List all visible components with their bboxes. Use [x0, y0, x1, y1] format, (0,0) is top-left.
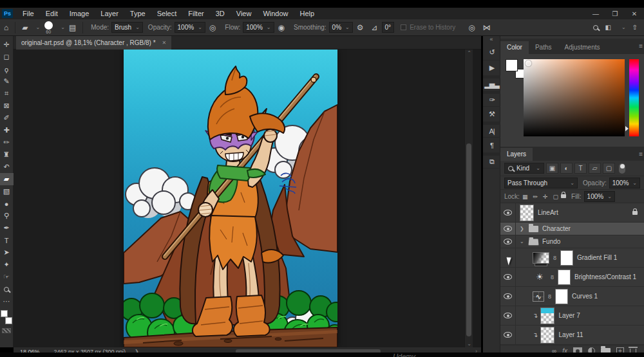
layer-row[interactable]: ❯Character [500, 223, 644, 235]
eyedropper-tool[interactable]: ✐ [0, 112, 14, 124]
foreground-color-swatch[interactable] [1, 310, 8, 317]
brush-preview[interactable]: 60 [40, 21, 57, 35]
airbrush-icon[interactable]: ◉ [274, 23, 289, 32]
opacity-select[interactable]: 100% ⌄ [175, 22, 205, 33]
filter-smart-objects[interactable]: ▢ [603, 163, 615, 174]
layer-thumbnail[interactable] [540, 327, 554, 343]
tab-adjustments[interactable]: Adjustments [558, 41, 606, 54]
symmetry-butterfly-icon[interactable]: ⋈ [479, 23, 495, 32]
share-icon[interactable]: ⇧ [632, 24, 638, 31]
gradient-tool[interactable]: ▧ [0, 185, 14, 197]
disclosure-icon[interactable]: ⌄ [520, 239, 525, 244]
minimize-button[interactable]: — [586, 8, 605, 19]
document-tab[interactable]: original-art.psd @ 18,1% (Character , RG… [16, 36, 171, 50]
artwork-canvas[interactable] [124, 50, 337, 347]
home-icon[interactable]: ⌂ [0, 23, 12, 32]
layer-row[interactable]: ☀8Brightness/Contrast 1 [500, 268, 644, 287]
layer-row[interactable]: LineArt [500, 203, 644, 223]
lock-pixels[interactable]: ✏ [533, 194, 538, 200]
layer-mask-thumbnail[interactable] [558, 270, 571, 285]
menu-item-type[interactable]: Type [124, 8, 151, 19]
menu-item-window[interactable]: Window [257, 8, 294, 19]
zoom-tool[interactable] [0, 283, 14, 295]
panel-menu-icon[interactable]: ≡ [639, 151, 643, 158]
blur-tool[interactable]: ● [0, 197, 14, 210]
gear-icon[interactable]: ⚙ [353, 23, 368, 32]
layer-visibility-toggle[interactable] [500, 235, 516, 248]
menu-item-view[interactable]: View [231, 8, 258, 19]
filter-shape-layers[interactable]: ▱ [589, 163, 601, 174]
history-panel[interactable]: ↺ [483, 45, 500, 60]
tab-color[interactable]: Color [500, 41, 529, 54]
crop-tool[interactable]: ⌗ [0, 87, 14, 100]
brushes-panel[interactable]: ⚒ [483, 107, 500, 122]
layer-fill-select[interactable]: 100% ⌄ [584, 191, 615, 202]
lock-position[interactable]: ✛ [543, 194, 548, 200]
layer-row[interactable]: ↴Layer 11 [500, 325, 644, 345]
layer-opacity-select[interactable]: 100% ⌄ [609, 178, 640, 188]
pressure-size-icon[interactable]: ◎ [464, 23, 478, 32]
color-swatches[interactable] [1, 310, 12, 324]
layer-thumbnail[interactable] [520, 205, 534, 221]
menu-item-layer[interactable]: Layer [95, 8, 124, 19]
dodge-tool[interactable]: ⚲ [0, 210, 14, 222]
angle-input[interactable]: 0° [382, 22, 395, 33]
layer-visibility-toggle[interactable] [500, 325, 516, 344]
clone-stamp-tool[interactable]: ♜ [0, 149, 14, 161]
layer-row[interactable]: 8Gradient Fill 1 [500, 248, 644, 268]
filter-toggle-switch[interactable] [619, 163, 625, 174]
path-selection-tool[interactable]: ➤ [0, 246, 14, 259]
move-tool[interactable]: ✛ [0, 39, 14, 51]
layer-row[interactable]: ∿8Curves 1 [500, 287, 644, 306]
scroll-down-icon[interactable]: ⌄ [465, 341, 473, 347]
close-button[interactable]: ✕ [625, 8, 644, 19]
menu-item-image[interactable]: Image [64, 8, 95, 19]
layer-mask-thumbnail[interactable] [555, 289, 568, 304]
lock-all-icon[interactable] [561, 194, 566, 198]
menu-item-filter[interactable]: Filter [182, 8, 209, 19]
curves-icon[interactable]: ∿ [533, 291, 544, 302]
search-icon[interactable] [593, 25, 598, 30]
quick-mask-button[interactable] [2, 328, 11, 333]
shape-tool[interactable]: ✦ [0, 259, 14, 271]
histogram-panel[interactable]: ▂▅▃ [483, 76, 500, 91]
brush-panel-toggle-icon[interactable]: ▤ [65, 23, 80, 32]
menu-item-3d[interactable]: 3D [210, 8, 231, 19]
scroll-up-icon[interactable]: ⌃ [465, 50, 473, 56]
layer-row[interactable]: ↴Layer 7 [500, 306, 644, 325]
collapse-panels-icon[interactable]: « [483, 36, 500, 45]
workspace-icon[interactable]: ◧ [605, 24, 611, 31]
eraser-preset-icon[interactable]: ▰ [18, 23, 32, 32]
hue-slider-arrow[interactable] [625, 126, 629, 131]
quick-selection-tool[interactable]: ✎ [0, 75, 14, 87]
layer-visibility-toggle[interactable] [500, 287, 516, 306]
tab-paths[interactable]: Paths [529, 41, 558, 54]
layer-visibility-toggle[interactable] [500, 203, 516, 222]
foreground-color-swatch[interactable] [506, 59, 518, 71]
filter-kind-select[interactable]: Kind ⌄ [504, 163, 544, 174]
erase-to-history-checkbox[interactable] [401, 24, 406, 30]
filter-type-layers[interactable]: T [574, 163, 587, 174]
hue-slider[interactable] [629, 59, 639, 136]
close-icon[interactable]: ✕ [162, 40, 167, 46]
tab-layers[interactable]: Layers [500, 148, 533, 161]
layer-visibility-toggle[interactable] [500, 223, 516, 235]
lock-artboard[interactable]: ▢ [553, 194, 559, 200]
marquee-tool[interactable]: ◻ [0, 51, 14, 63]
eraser-tool[interactable]: ▰ [0, 173, 14, 185]
brightness-contrast-icon[interactable]: ☀ [533, 272, 547, 282]
paragraph-panel[interactable]: ¶ [483, 138, 500, 153]
type-tool[interactable]: T [0, 234, 14, 246]
pen-tool[interactable]: ✒ [0, 222, 14, 234]
menu-item-select[interactable]: Select [151, 8, 183, 19]
gradient-fill-thumbnail[interactable] [533, 252, 549, 264]
saturation-field[interactable] [524, 59, 625, 136]
blend-mode-select[interactable]: Pass Through ⌄ [504, 178, 578, 188]
character-panel[interactable]: A| [483, 122, 500, 138]
actions-panel[interactable]: ▶ [483, 60, 500, 76]
filter-pixel-layers[interactable]: ▣ [546, 163, 558, 174]
photoshop-logo[interactable]: Ps [2, 9, 13, 18]
panel-menu-icon[interactable]: ≡ [639, 42, 643, 50]
flow-select[interactable]: 100% ⌄ [243, 22, 274, 33]
layer-thumbnail[interactable] [540, 307, 554, 324]
